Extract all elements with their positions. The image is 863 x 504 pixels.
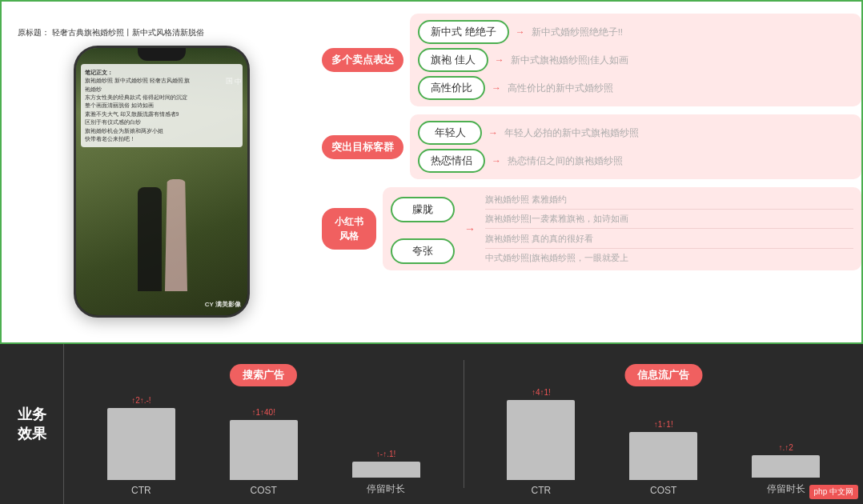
tag-row-3: 高性价比 → 高性价比的新中式婚纱照 [418, 76, 853, 100]
tag-row-1: 新中式 绝绝子 → 新中式婚纱照绝绝子!! [418, 20, 853, 44]
section-label-multipoint: 多个卖点表达 [322, 48, 403, 72]
top-right-content: 多个卖点表达 新中式 绝绝子 → 新中式婚纱照绝绝子!! 旗袍 佳人 → 新中式… [322, 2, 861, 342]
section-label-target: 突出目标客群 [322, 135, 403, 159]
tag-cost: 高性价比 [418, 76, 485, 100]
bar-search-ctr: ↑2↑.-! CTR [107, 396, 175, 496]
tag-young: 年轻人 [418, 121, 482, 145]
info-ad-badge: 信息流广告 [624, 364, 702, 386]
phone-area: 原标题： 轻奢古典旗袍婚纱照丨新中式风格清新脱俗 笔记 [2, 2, 322, 342]
bar-search-cost: ↑1↑40! COST [230, 408, 298, 496]
top-section: 原标题： 轻奢古典旗袍婚纱照丨新中式风格清新脱俗 笔记 [0, 0, 863, 344]
tag-qipao-jia: 旗袍 佳人 [418, 48, 488, 72]
php-watermark: php 中文网 [809, 485, 858, 499]
result-menlong-2: 旗袍婚纱照|一袭素雅旗袍，如诗如画 [485, 213, 853, 229]
search-ad-group: 搜索广告 ↑2↑.-! CTR ↑1↑40! COST ↑-↑.1! 停留时长 [64, 352, 464, 496]
section-label-xhs: 小红书风格 [322, 208, 376, 250]
arrow-3: → [492, 82, 501, 94]
section-xhs: 小红书风格 朦胧 夸张 → 旗袍婚纱照 素雅婚约 旗袍婚纱照|一袭素雅旗袍，如诗… [322, 187, 861, 270]
result-3: 高性价比的新中式婚纱照 [508, 82, 613, 94]
result-kuazhang-1: 旗袍婚纱照 真的真的很好看 [485, 233, 853, 249]
result-menlong-1: 旗袍婚纱照 素雅婚约 [485, 194, 853, 210]
arrow-young: → [488, 127, 498, 138]
tag-xinyuansu: 新中式 绝绝子 [418, 20, 509, 44]
section-target: 突出目标客群 年轻人 → 年轻人必拍的新中式旗袍婚纱照 热恋情侣 → 热恋情侣之… [322, 114, 861, 179]
business-label: 业务 效果 [0, 344, 64, 504]
phone-logo: CY 满美影像 [205, 300, 241, 309]
phone-notes-overlay: 笔记正文： 旗袍婚纱照 新中式婚纱照 轻奢古风婚照 旗 袍婚纱 东方女性美的经典… [81, 64, 243, 147]
phone-mockup: 笔记正文： 旗袍婚纱照 新中式婚纱照 轻奢古风婚照 旗 袍婚纱 东方女性美的经典… [74, 46, 250, 318]
tag-couple: 热恋情侣 [418, 149, 485, 173]
bar-info-ctr: ↑4↑1! CTR [507, 388, 575, 496]
arrow-1: → [516, 26, 525, 38]
tag-row-young: 年轻人 → 年轻人必拍的新中式旗袍婚纱照 [418, 121, 853, 145]
section-multipoint: 多个卖点表达 新中式 绝绝子 → 新中式婚纱照绝绝子!! 旗袍 佳人 → 新中式… [322, 14, 861, 106]
arrow-couple: → [492, 155, 501, 166]
result-2: 新中式旗袍婚纱照|佳人如画 [511, 54, 628, 66]
tag-kuazhang: 夸张 [391, 238, 455, 264]
tag-row-couple: 热恋情侣 → 热恋情侣之间的旗袍婚纱照 [418, 149, 853, 173]
original-label: 原标题： 轻奢古典旗袍婚纱照丨新中式风格清新脱俗 [18, 26, 204, 39]
result-kuazhang-2: 中式婚纱照|旗袍婚纱照，一眼就爱上 [485, 252, 853, 264]
result-1: 新中式婚纱照绝绝子!! [532, 26, 623, 38]
tag-menlong: 朦胧 [391, 197, 455, 222]
phone-notch [138, 48, 186, 61]
search-ad-badge: 搜索广告 [230, 364, 297, 386]
result-couple: 热恋情侣之间的旗袍婚纱照 [508, 155, 623, 167]
bar-search-dwell: ↑-↑.1! 停留时长 [352, 450, 420, 496]
info-ad-group: 信息流广告 ↑4↑1! CTR ↑1↑1! COST ↑.↑2 停留时长 [464, 352, 864, 496]
bar-info-cost: ↑1↑1! COST [629, 420, 697, 496]
arrow-2: → [495, 54, 504, 66]
tag-row-2: 旗袍 佳人 → 新中式旗袍婚纱照|佳人如画 [418, 48, 853, 72]
result-young: 年轻人必拍的新中式旗袍婚纱照 [504, 127, 639, 139]
bottom-section: 业务 效果 搜索广告 ↑2↑.-! CTR ↑1↑40! COST [0, 344, 863, 504]
